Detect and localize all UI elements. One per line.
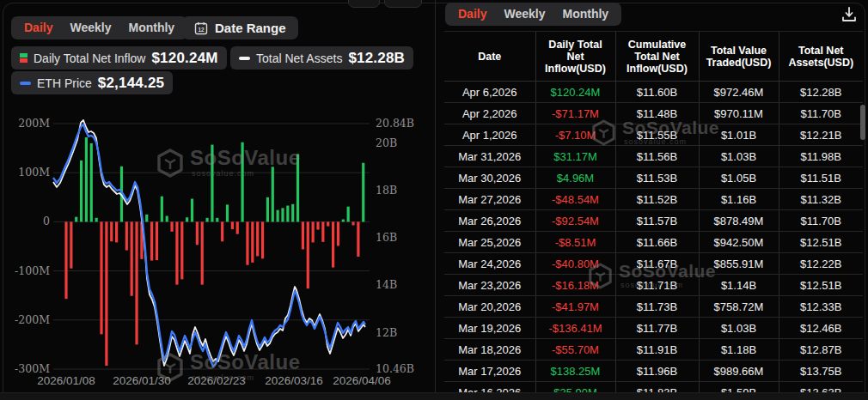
cell-traded: $758.72M — [699, 296, 779, 318]
table-row[interactable]: Mar 18,2026-$55.70M$11.91B$1.18B$12.87B — [444, 339, 863, 361]
cell-daily-inflow: -$16.18M — [535, 275, 615, 296]
daily-inflow-bar — [80, 161, 83, 222]
cell-assets: $12.21B — [779, 124, 863, 146]
download-icon[interactable] — [840, 5, 859, 24]
right-axis-tick: 16B — [376, 231, 397, 244]
table-row[interactable]: Mar 26,2026-$92.54M$11.57B$878.49M$11.70… — [444, 210, 863, 232]
daily-inflow-bar — [90, 143, 93, 222]
left-axis-tick: 0 — [43, 215, 50, 227]
left-axis-tick: -200M — [15, 313, 50, 326]
cell-cumulative: $11.60B — [615, 82, 699, 103]
column-header: Total Value Traded(USD) — [699, 32, 779, 82]
daily-inflow-bar — [186, 217, 188, 221]
cell-cumulative: $11.56B — [615, 146, 699, 167]
daily-inflow-bar — [175, 221, 178, 284]
cell-cumulative: $11.55B — [615, 124, 699, 146]
daily-inflow-bar — [337, 221, 339, 245]
cell-date: Apr 2,2026 — [444, 103, 535, 124]
cell-assets: $12.51B — [779, 275, 863, 296]
daily-inflow-bar — [261, 221, 264, 258]
table-row[interactable]: Mar 30,2026$4.96M$11.53B$1.05B$11.51B — [444, 167, 863, 189]
daily-inflow-bar — [166, 216, 168, 222]
cell-assets: $11.70B — [779, 103, 863, 124]
cell-daily-inflow: $120.24M — [535, 82, 615, 103]
cell-assets: $11.51B — [779, 167, 863, 189]
cell-cumulative: $11.96B — [615, 361, 699, 382]
daily-inflow-bar — [312, 221, 315, 242]
daily-inflow-bar — [100, 221, 102, 334]
table-row[interactable]: Mar 17,2026$138.25M$11.96B$989.66M$13.75… — [444, 361, 863, 382]
daily-inflow-bar — [281, 208, 284, 221]
daily-inflow-bar — [205, 218, 208, 222]
daily-inflow-bar — [145, 215, 148, 222]
cell-date: Mar 17,2026 — [444, 361, 535, 382]
table-row[interactable]: Mar 27,2026-$48.54M$11.52B$1.16B$11.32B — [444, 189, 863, 210]
table-row[interactable]: Mar 23,2026-$16.18M$11.71B$1.14B$12.51B — [444, 275, 863, 296]
cell-date: Mar 23,2026 — [444, 275, 535, 296]
right-axis-tick: 18B — [376, 184, 397, 197]
cell-cumulative: $11.52B — [615, 189, 699, 210]
table-header-row: DateDaily Total Net Inflow(USD)Cumulativ… — [444, 32, 863, 82]
table-row[interactable]: Apr 1,2026-$7.10M$11.55B$1.01B$12.21B — [444, 124, 863, 146]
x-axis-tick: 2026/01/30 — [113, 374, 171, 387]
daily-inflow-bar — [236, 221, 239, 233]
daily-inflow-bar — [135, 221, 138, 344]
table-scrollbar-thumb[interactable] — [860, 105, 865, 140]
daily-inflow-bar — [75, 217, 77, 222]
cell-daily-inflow: -$136.41M — [535, 318, 615, 339]
cell-date: Mar 18,2026 — [444, 339, 535, 361]
cell-assets: $13.75B — [779, 361, 863, 382]
x-axis-tick: 2026/04/06 — [333, 374, 391, 387]
x-axis-tick: 2026/02/23 — [187, 374, 246, 387]
cell-daily-inflow: -$71.17M — [535, 103, 615, 124]
table-tab-monthly[interactable]: Monthly — [554, 3, 616, 26]
table-row[interactable]: Mar 31,2026$31.17M$11.56B$1.03B$11.98B — [444, 146, 863, 167]
daily-inflow-bar — [357, 221, 359, 257]
cell-traded: $855.91M — [699, 253, 779, 275]
daily-inflow-bar — [115, 221, 118, 242]
cell-daily-inflow: -$7.10M — [535, 124, 615, 146]
cell-traded: $1.18B — [699, 339, 779, 361]
cell-daily-inflow: $4.96M — [535, 167, 615, 189]
table-tab-weekly[interactable]: Weekly — [496, 3, 553, 26]
right-axis-tick: 20B — [376, 136, 397, 149]
daily-inflow-bar — [161, 197, 163, 222]
table-row[interactable]: Mar 24,2026-$40.80M$11.67B$855.91M$12.22… — [444, 253, 863, 275]
cell-cumulative: $11.66B — [615, 232, 699, 253]
cell-traded: $1.03B — [699, 318, 779, 339]
table-row[interactable]: Mar 19,2026-$136.41M$11.77B$1.03B$12.46B — [444, 318, 863, 339]
right-axis-tick: 12B — [376, 326, 397, 339]
cell-traded: $970.11M — [699, 103, 779, 124]
table-row[interactable]: Mar 25,2026-$8.51M$11.66B$942.50M$12.51B — [444, 232, 863, 253]
daily-inflow-bar — [95, 218, 98, 222]
daily-inflow-bar — [221, 221, 223, 241]
table-row[interactable]: Apr 2,2026-$71.17M$11.48B$970.11M$11.70B — [444, 103, 863, 124]
daily-inflow-bar — [332, 221, 334, 267]
cell-date: Mar 25,2026 — [444, 232, 535, 253]
cell-date: Apr 1,2026 — [444, 124, 535, 146]
daily-inflow-bar — [191, 199, 193, 222]
daily-inflow-bar — [286, 206, 289, 222]
table-row[interactable]: Apr 6,2026$120.24M$11.60B$972.46M$12.28B — [444, 82, 863, 103]
daily-inflow-bar — [321, 221, 324, 241]
cell-traded: $972.46M — [699, 82, 779, 103]
daily-inflow-bar — [150, 221, 153, 260]
column-header: Cumulative Total Net Inflow(USD) — [615, 32, 699, 82]
daily-inflow-bar — [105, 221, 107, 366]
horizontal-scrollbar[interactable] — [0, 392, 868, 400]
daily-inflow-bar — [125, 221, 128, 250]
left-axis-tick: -300M — [15, 362, 50, 375]
table-tab-daily[interactable]: Daily — [450, 3, 494, 26]
cell-daily-inflow: -$92.54M — [535, 210, 615, 232]
daily-inflow-bar — [180, 221, 183, 279]
cell-cumulative: $11.53B — [615, 167, 699, 189]
cell-assets: $11.70B — [779, 210, 863, 232]
daily-inflow-bar — [85, 137, 88, 221]
cell-daily-inflow: -$48.54M — [535, 189, 615, 210]
cell-date: Mar 20,2026 — [444, 296, 535, 318]
left-axis-tick: 100M — [18, 166, 50, 179]
inflow-price-chart[interactable]: 200M100M0-100M-200M-300M20.84B20B18B16B1… — [0, 0, 434, 400]
right-axis-tick: 14B — [376, 278, 397, 291]
cell-cumulative: $11.71B — [615, 275, 699, 296]
table-row[interactable]: Mar 20,2026-$41.97M$11.73B$758.72M$12.33… — [444, 296, 863, 318]
